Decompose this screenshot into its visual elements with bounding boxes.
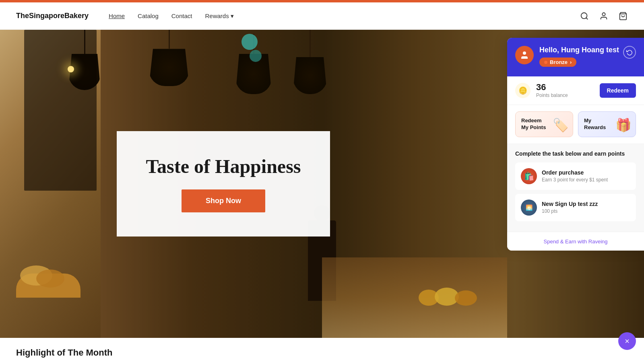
points-number: 36 [536, 83, 594, 92]
highlight-title: Highlight of The Month [16, 348, 113, 358]
my-rewards-icon: 🎁 [615, 117, 632, 133]
points-section: 🪙 36 Points balance Redeem [507, 76, 644, 105]
shop-now-button[interactable]: Shop Now [182, 189, 265, 212]
action-cards: Redeem My Points 🏷️ My Rewards 🎁 [507, 105, 644, 144]
task-signup-info: New Sign Up test zzz 100 pts [542, 201, 630, 214]
task-order-purchase[interactable]: 🛍️ Order purchase Earn 3 point for every… [515, 162, 636, 190]
order-purchase-icon: 🛍️ [521, 168, 537, 184]
svg-point-2 [602, 12, 605, 15]
header: TheSingaporeBakery Home Catalog Contact … [0, 2, 644, 30]
rewards-panel: Hello, Hung Hoang test Bronze › 🪙 36 Poi… [507, 38, 644, 251]
search-icon[interactable] [580, 11, 589, 21]
redeem-button[interactable]: Redeem [600, 83, 636, 98]
tasks-title: Complete the task below and earn points [515, 150, 636, 157]
main-nav: Home Catalog Contact Rewards ▾ [109, 12, 580, 20]
tier-badge[interactable]: Bronze › [539, 58, 576, 67]
nav-catalog[interactable]: Catalog [138, 12, 159, 19]
nav-rewards[interactable]: Rewards ▾ [205, 12, 233, 20]
panel-footer: Spend & Earn with Raveing [507, 232, 644, 251]
hero-content-box: Taste of Happiness Shop Now [117, 131, 330, 237]
task-signup-name: New Sign Up test zzz [542, 201, 630, 207]
lamp-4 [294, 30, 326, 94]
tier-label: Bronze [550, 59, 568, 65]
points-icon: 🪙 [515, 83, 530, 98]
redeem-points-card[interactable]: Redeem My Points 🏷️ [515, 111, 573, 137]
tier-arrow: › [570, 59, 572, 65]
account-icon[interactable] [599, 11, 609, 21]
lamp-2 [153, 30, 185, 86]
close-button[interactable]: × [618, 332, 636, 350]
top-accent-bar [0, 0, 644, 2]
svg-point-4 [523, 51, 526, 55]
nav-home[interactable]: Home [109, 12, 125, 19]
greeting-text: Hello, Hung Hoang test [539, 46, 636, 54]
svg-line-1 [586, 18, 588, 19]
header-icons [580, 11, 628, 21]
task-order-desc: Earn 3 point for every $1 spent [542, 177, 630, 183]
hero-title: Taste of Happiness [133, 155, 314, 177]
task-order-name: Order purchase [542, 169, 630, 176]
history-button[interactable] [623, 46, 636, 59]
task-order-info: Order purchase Earn 3 point for every $1… [542, 169, 630, 183]
user-info: Hello, Hung Hoang test Bronze › [539, 46, 636, 67]
site-logo[interactable]: TheSingaporeBakery [16, 12, 89, 20]
points-label: Points balance [536, 93, 594, 98]
raveing-link[interactable]: Spend & Earn with Raveing [544, 239, 608, 245]
tier-dot [544, 61, 547, 64]
task-signup-desc: 100 pts [542, 208, 630, 214]
tasks-section: Complete the task below and earn points … [507, 144, 644, 232]
redeem-points-icon: 🏷️ [553, 117, 569, 133]
user-avatar [515, 46, 534, 64]
my-rewards-card[interactable]: My Rewards 🎁 [578, 111, 636, 137]
signup-icon: 🌅 [521, 200, 537, 216]
highlight-section: Highlight of The Month [0, 338, 644, 362]
nav-contact[interactable]: Contact [171, 12, 192, 19]
chevron-down-icon: ▾ [231, 12, 234, 20]
cart-icon[interactable] [618, 11, 628, 21]
points-info: 36 Points balance [536, 83, 594, 98]
svg-point-0 [581, 12, 587, 19]
task-signup[interactable]: 🌅 New Sign Up test zzz 100 pts [515, 194, 636, 221]
panel-header: Hello, Hung Hoang test Bronze › [507, 38, 644, 76]
